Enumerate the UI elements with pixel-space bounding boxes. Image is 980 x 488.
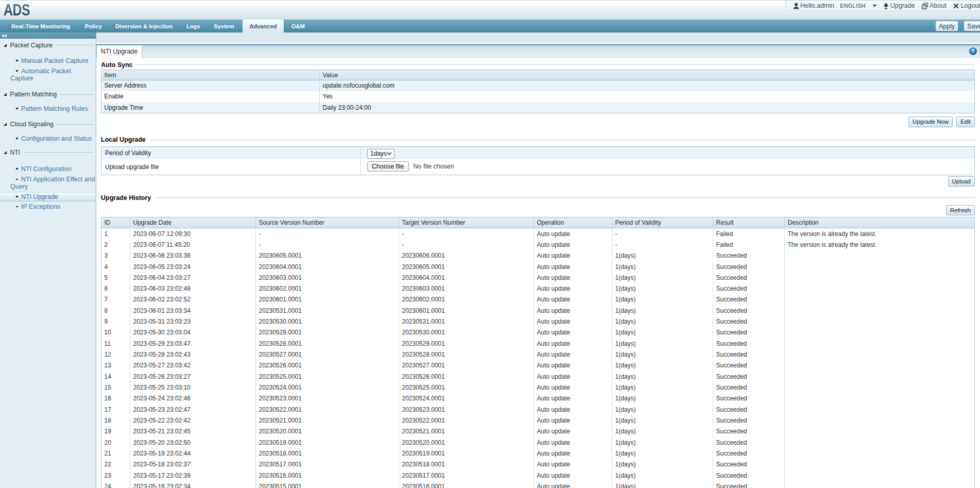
history-cell: Auto update bbox=[534, 316, 612, 327]
history-cell: 2023-05-24 23:02:46 bbox=[130, 393, 256, 404]
auto-sync-table: Item Value Server Addressupdate.nsfocusg… bbox=[101, 70, 975, 113]
period-of-validity-select[interactable]: 1days bbox=[367, 149, 394, 159]
history-cell: Auto update bbox=[534, 228, 612, 239]
language-selector[interactable]: ENGLISH bbox=[840, 3, 877, 9]
sidebar-section-header[interactable]: NTI bbox=[0, 148, 96, 157]
history-cell: 18 bbox=[101, 415, 130, 426]
history-cell bbox=[785, 448, 975, 459]
history-cell: 1(days) bbox=[612, 305, 713, 316]
apply-button[interactable]: Apply bbox=[936, 21, 958, 31]
history-cell: 13 bbox=[101, 360, 130, 371]
history-cell: 20230519.0001 bbox=[256, 437, 399, 448]
auto-sync-item-cell: Server Address bbox=[101, 80, 320, 91]
history-cell: Auto update bbox=[534, 327, 612, 338]
history-cell: Succeeded bbox=[713, 470, 785, 481]
nav-item-policy[interactable]: Policy bbox=[85, 20, 102, 32]
history-cell bbox=[785, 283, 975, 294]
history-cell: 20230521.0001 bbox=[399, 426, 534, 437]
nav-item-diversion-injection[interactable]: Diversion & Injection bbox=[115, 20, 173, 32]
auto-sync-rule bbox=[136, 64, 975, 65]
upgrade-history-title: Upgrade History bbox=[101, 194, 151, 201]
about-link[interactable]: About bbox=[922, 2, 947, 9]
sidebar-item-nti-upgrade[interactable]: NTI Upgrade bbox=[0, 192, 96, 201]
history-cell: 20230527.0001 bbox=[256, 349, 399, 360]
history-cell: 20230526.0001 bbox=[399, 371, 534, 382]
sidebar-section-header[interactable]: Packet Capture bbox=[0, 41, 96, 49]
history-cell: - bbox=[612, 239, 713, 250]
history-cell: 2023-05-20 23:02:50 bbox=[130, 437, 256, 448]
sidebar-section-header[interactable]: Pattern Matching bbox=[0, 90, 96, 98]
history-cell bbox=[785, 481, 975, 488]
tab-nti-upgrade[interactable]: NTI Upgrade bbox=[96, 45, 142, 58]
history-cell: Succeeded bbox=[713, 261, 785, 272]
logout-link[interactable]: Logout bbox=[953, 2, 980, 9]
history-row: 192023-05-21 23:02:4520230520.0001202305… bbox=[101, 426, 975, 437]
history-cell: 20230524.0001 bbox=[256, 382, 399, 393]
upgrade-link[interactable]: Upgrade bbox=[883, 2, 915, 9]
history-row: 182023-05-22 23:02:4220230521.0001202305… bbox=[101, 415, 975, 426]
history-cell: Succeeded bbox=[713, 338, 785, 349]
help-icon[interactable]: ? bbox=[969, 47, 977, 55]
history-cell: 2 bbox=[101, 239, 130, 250]
sidebar-item-pattern-matching-rules[interactable]: Pattern Matching Rules bbox=[0, 104, 96, 114]
history-row: 152023-05-25 23:03:1020230524.0001202305… bbox=[101, 382, 975, 393]
history-cell bbox=[785, 415, 975, 426]
sidebar-section-title: Pattern Matching bbox=[10, 91, 57, 98]
upgrade-now-button[interactable]: Upgrade Now bbox=[908, 116, 953, 127]
history-cell: The version is already the latest. bbox=[785, 239, 975, 250]
history-cell: Succeeded bbox=[713, 316, 785, 327]
sidebar-item-nti-application-effect-and-query[interactable]: NTI Application Effect and Query bbox=[0, 174, 96, 192]
history-cell: 2023-05-17 23:02:39 bbox=[130, 470, 256, 481]
upload-button[interactable]: Upload bbox=[948, 176, 975, 187]
history-cell: 1(days) bbox=[612, 261, 713, 272]
choose-file-button[interactable]: Choose file bbox=[367, 161, 409, 172]
refresh-button[interactable]: Refresh bbox=[946, 205, 975, 215]
history-cell: 20230601.0001 bbox=[399, 305, 534, 316]
history-cell: 1(days) bbox=[612, 426, 713, 437]
history-cell: 20230603.0001 bbox=[399, 283, 534, 294]
history-cell: 20230604.0001 bbox=[256, 261, 399, 272]
history-cell: 20230602.0001 bbox=[256, 283, 399, 294]
local-upgrade-heading: Local Upgrade bbox=[101, 137, 975, 143]
user-greeting: Hello,admin bbox=[793, 2, 834, 9]
history-cell: 16 bbox=[101, 393, 130, 404]
upload-file-input: Choose file No file chosen bbox=[367, 161, 974, 172]
history-cell bbox=[785, 470, 975, 481]
history-cell: Succeeded bbox=[713, 360, 785, 371]
nav-item-o-m[interactable]: O&M bbox=[291, 20, 305, 32]
sidebar-item-automatic-packet-capture[interactable]: Automatic Packet Capture bbox=[0, 66, 96, 83]
history-cell: 1(days) bbox=[612, 393, 713, 404]
history-cell: 19 bbox=[101, 426, 130, 437]
nav-item-advanced[interactable]: Advanced bbox=[243, 20, 284, 32]
page-tabstrip: NTI Upgrade ? bbox=[96, 45, 980, 58]
chevron-down-icon bbox=[872, 4, 877, 7]
save-button[interactable]: Save bbox=[964, 21, 980, 31]
sidebar-item-nti-configuration[interactable]: NTI Configuration bbox=[0, 164, 96, 174]
nav-item-real-time-monitoring[interactable]: Real-Time Monitoring bbox=[11, 20, 70, 32]
history-cell: 8 bbox=[101, 305, 130, 316]
sidebar-section-header[interactable]: Cloud Signaling bbox=[0, 120, 96, 128]
edit-button[interactable]: Edit bbox=[956, 116, 975, 127]
history-cell: Succeeded bbox=[713, 404, 785, 415]
history-cell: 2023-05-19 23:02:44 bbox=[130, 448, 256, 459]
history-cell: Auto update bbox=[534, 371, 612, 382]
history-cell: 1(days) bbox=[612, 338, 713, 349]
history-cell: Auto update bbox=[534, 393, 612, 404]
history-cell bbox=[785, 459, 975, 470]
nav-item-logs[interactable]: Logs bbox=[186, 20, 200, 32]
sidebar-collapse-bar[interactable] bbox=[0, 32, 96, 39]
sidebar-item-configuration-and-status[interactable]: Configuration and Status bbox=[0, 133, 96, 143]
upgrade-history-rule bbox=[154, 197, 975, 198]
sidebar-item-manual-packet-capture[interactable]: Manual Packet Capture bbox=[0, 55, 96, 65]
logout-icon bbox=[953, 3, 959, 9]
nav-item-system[interactable]: System bbox=[214, 20, 234, 32]
history-cell: Succeeded bbox=[713, 459, 785, 470]
history-cell: 10 bbox=[101, 327, 130, 338]
history-col-operation: Operation bbox=[534, 217, 612, 228]
sidebar-section-title: Cloud Signaling bbox=[10, 121, 54, 128]
history-cell: 20230529.0001 bbox=[399, 338, 534, 349]
history-cell: 1 bbox=[101, 228, 130, 239]
about-label: About bbox=[930, 2, 947, 9]
sidebar-section-cloud-signaling: Cloud SignalingConfiguration and Status bbox=[0, 120, 96, 144]
sidebar-item-ip-exceptions[interactable]: IP Exceptions bbox=[0, 201, 96, 212]
